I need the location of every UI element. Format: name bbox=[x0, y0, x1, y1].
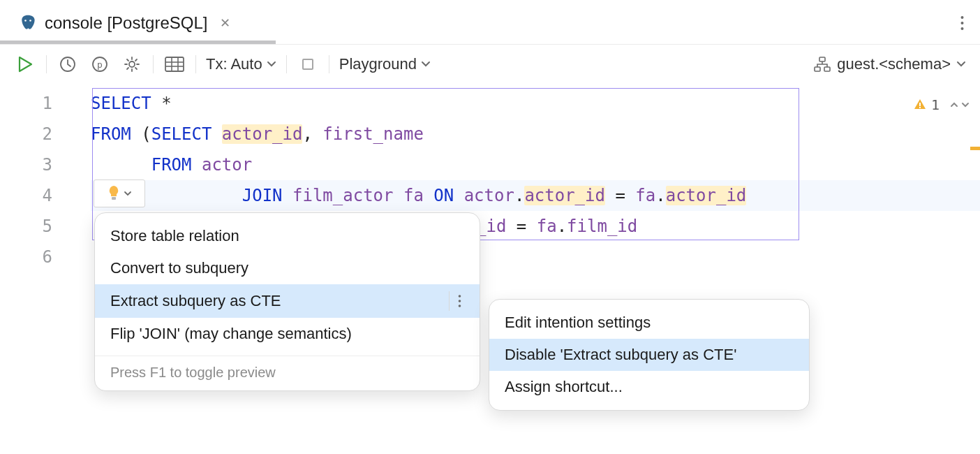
editor-tab[interactable]: console [PostgreSQL] ✕ bbox=[8, 6, 240, 40]
session-dropdown[interactable]: Playground bbox=[339, 55, 431, 73]
svg-rect-9 bbox=[165, 57, 184, 71]
intention-actions-popup: Store table relation Convert to subquery… bbox=[94, 212, 480, 391]
svg-rect-17 bbox=[112, 197, 116, 200]
line-number: 4 bbox=[0, 180, 52, 211]
warning-icon bbox=[913, 98, 927, 112]
intention-action-item[interactable]: Flip 'JOIN' (may change semantics) bbox=[95, 318, 480, 350]
svg-rect-18 bbox=[919, 103, 921, 106]
submenu-item[interactable]: Edit intention settings bbox=[489, 307, 809, 339]
svg-point-22 bbox=[459, 305, 461, 307]
stop-icon bbox=[302, 59, 313, 70]
schema-dropdown[interactable]: guest.<schema> bbox=[813, 55, 966, 73]
intention-submenu: Edit intention settings Disable 'Extract… bbox=[489, 299, 810, 411]
schema-icon bbox=[813, 57, 831, 72]
line-number: 1 bbox=[0, 88, 52, 119]
svg-point-20 bbox=[459, 295, 461, 298]
svg-point-3 bbox=[960, 22, 963, 24]
svg-text:p: p bbox=[97, 59, 103, 70]
tx-mode-dropdown[interactable]: Tx: Auto bbox=[206, 55, 276, 73]
inspection-count: 1 bbox=[931, 89, 940, 120]
error-stripe-mark[interactable] bbox=[970, 147, 980, 150]
svg-point-21 bbox=[459, 300, 461, 302]
close-icon[interactable]: ✕ bbox=[220, 15, 230, 31]
intention-bulb[interactable] bbox=[94, 180, 145, 207]
tx-mode-label: Tx: Auto bbox=[206, 55, 262, 73]
line-number: 5 bbox=[0, 211, 52, 242]
svg-point-1 bbox=[29, 20, 31, 22]
line-number: 2 bbox=[0, 119, 52, 149]
intention-action-item[interactable]: Store table relation bbox=[95, 220, 480, 252]
svg-rect-16 bbox=[824, 67, 830, 71]
line-number: 3 bbox=[0, 149, 52, 180]
submenu-item[interactable]: Disable 'Extract subquery as CTE' bbox=[489, 339, 809, 371]
settings-button[interactable] bbox=[121, 53, 143, 75]
tab-title: console [PostgreSQL] bbox=[45, 13, 207, 33]
chevron-down-icon bbox=[124, 191, 132, 196]
svg-point-4 bbox=[960, 27, 963, 30]
intention-footer-hint: Press F1 to toggle preview bbox=[95, 356, 480, 390]
chevron-down-icon bbox=[421, 61, 431, 68]
kebab-icon[interactable] bbox=[455, 294, 464, 308]
chevron-down-icon bbox=[956, 61, 966, 68]
chevron-up-icon[interactable] bbox=[949, 100, 959, 110]
inspection-summary[interactable]: 1 bbox=[913, 89, 970, 120]
svg-rect-19 bbox=[919, 107, 921, 108]
lightbulb-icon bbox=[107, 185, 121, 202]
run-button[interactable] bbox=[14, 53, 36, 75]
history-button[interactable] bbox=[57, 53, 79, 75]
svg-point-0 bbox=[24, 20, 27, 22]
line-number: 6 bbox=[0, 242, 52, 272]
gutter: 1 2 3 4 5 6 bbox=[0, 84, 91, 272]
schema-text: guest.<schema> bbox=[837, 55, 951, 73]
svg-rect-15 bbox=[815, 67, 820, 71]
submenu-item[interactable]: Assign shortcut... bbox=[489, 371, 809, 403]
tab-overflow-button[interactable] bbox=[952, 13, 972, 33]
intention-action-item[interactable]: Convert to subquery bbox=[95, 252, 480, 284]
data-view-button[interactable] bbox=[163, 53, 186, 75]
chevron-down-icon[interactable] bbox=[960, 100, 970, 110]
chevron-down-icon bbox=[267, 61, 276, 68]
svg-rect-14 bbox=[819, 57, 825, 61]
svg-point-8 bbox=[129, 61, 135, 67]
stop-button[interactable] bbox=[297, 53, 319, 75]
explain-plan-button[interactable]: p bbox=[89, 53, 111, 75]
intention-action-item[interactable]: Extract subquery as CTE bbox=[95, 284, 480, 318]
postgresql-icon bbox=[18, 13, 38, 33]
svg-point-2 bbox=[960, 16, 963, 19]
session-label: Playground bbox=[339, 55, 417, 73]
